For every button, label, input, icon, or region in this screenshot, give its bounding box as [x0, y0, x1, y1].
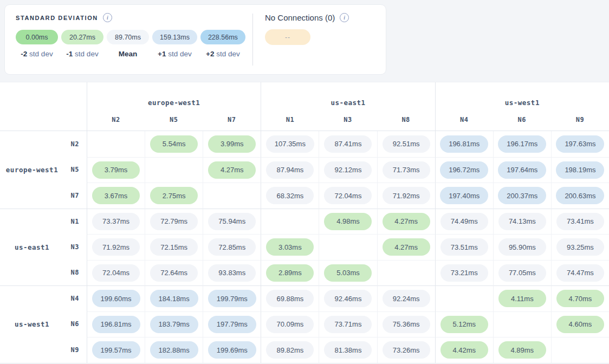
latency-pill[interactable]: 196.81ms [440, 135, 488, 153]
latency-pill[interactable]: 71.73ms [383, 161, 430, 179]
latency-cell-empty [203, 183, 261, 209]
latency-cell: 200.37ms [493, 183, 551, 209]
latency-cell: 71.73ms [377, 157, 435, 183]
latency-pill[interactable]: 197.64ms [498, 161, 546, 179]
latency-pill[interactable]: 73.21ms [440, 264, 488, 282]
latency-cell: 107.35ms [261, 131, 319, 157]
latency-pill[interactable]: 5.12ms [440, 316, 488, 333]
latency-pill[interactable]: 4.27ms [383, 238, 430, 256]
latency-cell: 184.18ms [145, 285, 203, 311]
latency-matrix: europe-west1us-east1us-west1N2N5N7N1N3N8… [0, 82, 609, 363]
latency-pill[interactable]: 3.03ms [266, 238, 314, 256]
latency-cell: 75.94ms [203, 209, 261, 235]
column-node-header: N9 [551, 108, 609, 131]
latency-pill[interactable]: 5.54ms [150, 135, 198, 153]
latency-pill[interactable]: 4.11ms [498, 290, 546, 307]
latency-pill[interactable]: 73.26ms [383, 341, 430, 359]
latency-pill[interactable]: 77.05ms [498, 264, 546, 282]
latency-pill[interactable]: 81.38ms [324, 341, 372, 359]
latency-cell-empty [145, 157, 203, 183]
latency-pill[interactable]: 74.13ms [498, 213, 546, 230]
latency-pill[interactable]: 74.47ms [556, 264, 604, 282]
latency-cell: 5.12ms [435, 311, 493, 337]
latency-pill[interactable]: 72.04ms [92, 264, 140, 282]
latency-pill[interactable]: 4.60ms [556, 316, 604, 333]
latency-pill[interactable]: 199.57ms [92, 341, 140, 359]
row-label: N9 [0, 337, 87, 363]
latency-pill[interactable]: 200.37ms [498, 187, 546, 204]
latency-pill[interactable]: 71.92ms [92, 238, 140, 256]
no-connections-pill: -- [265, 29, 310, 45]
latency-pill[interactable]: 71.92ms [383, 187, 430, 204]
latency-pill[interactable]: 4.70ms [556, 290, 604, 307]
latency-pill[interactable]: 73.41ms [556, 213, 604, 230]
latency-pill[interactable]: 72.04ms [324, 187, 372, 204]
latency-pill[interactable]: 72.85ms [208, 238, 256, 256]
latency-pill[interactable]: 4.89ms [498, 341, 546, 359]
latency-pill[interactable]: 200.63ms [556, 187, 604, 204]
latency-pill[interactable]: 87.41ms [324, 135, 372, 153]
latency-pill[interactable]: 199.60ms [92, 290, 140, 307]
latency-pill[interactable]: 199.79ms [208, 290, 256, 307]
row-label: us-west1N6 [0, 311, 87, 337]
latency-cell: 74.13ms [493, 209, 551, 235]
row-node-label: N1 [71, 218, 79, 225]
latency-pill[interactable]: 75.36ms [383, 316, 430, 333]
latency-pill[interactable]: 197.79ms [208, 316, 256, 333]
latency-pill[interactable]: 3.67ms [92, 187, 140, 204]
latency-cell: 72.04ms [319, 183, 377, 209]
info-icon[interactable]: i [340, 13, 349, 22]
info-icon[interactable]: i [103, 13, 112, 22]
latency-pill[interactable]: 196.81ms [92, 316, 140, 333]
latency-pill[interactable]: 3.99ms [208, 135, 256, 153]
latency-pill[interactable]: 4.42ms [440, 341, 488, 359]
latency-pill[interactable]: 95.90ms [498, 238, 546, 256]
latency-pill[interactable]: 199.69ms [208, 341, 256, 359]
latency-pill[interactable]: 72.15ms [150, 238, 198, 256]
latency-pill[interactable]: 70.09ms [266, 316, 314, 333]
latency-pill[interactable]: 69.88ms [266, 290, 314, 307]
latency-pill[interactable]: 2.89ms [266, 264, 314, 282]
latency-pill[interactable]: 87.94ms [266, 161, 314, 179]
column-group-header: europe-west1 [87, 82, 261, 108]
latency-pill[interactable]: 3.79ms [92, 161, 140, 179]
latency-pill[interactable]: 184.18ms [150, 290, 198, 307]
latency-pill[interactable]: 92.12ms [324, 161, 372, 179]
latency-pill[interactable]: 73.71ms [324, 316, 372, 333]
latency-pill[interactable]: 92.51ms [383, 135, 430, 153]
latency-pill[interactable]: 197.40ms [440, 187, 488, 204]
row-node-label: N7 [71, 192, 79, 199]
latency-pill[interactable]: 4.27ms [208, 161, 256, 179]
latency-pill[interactable]: 73.37ms [92, 213, 140, 230]
column-node-header: N6 [493, 108, 551, 131]
latency-pill[interactable]: 92.24ms [383, 290, 430, 307]
latency-pill[interactable]: 68.32ms [266, 187, 314, 204]
latency-cell: 92.12ms [319, 157, 377, 183]
latency-pill[interactable]: 183.79ms [150, 316, 198, 333]
latency-pill[interactable]: 2.75ms [150, 187, 198, 204]
latency-cell: 73.21ms [435, 260, 493, 286]
latency-pill[interactable]: 197.63ms [556, 135, 604, 153]
legend-pill: 20.27ms [61, 30, 103, 44]
latency-pill[interactable]: 72.79ms [150, 213, 198, 230]
latency-pill[interactable]: 92.46ms [324, 290, 372, 307]
latency-pill[interactable]: 93.25ms [556, 238, 604, 256]
latency-pill[interactable]: 74.49ms [440, 213, 488, 230]
column-node-header: N7 [203, 108, 261, 131]
latency-cell: 92.46ms [319, 285, 377, 311]
latency-cell: 77.05ms [493, 260, 551, 286]
latency-pill[interactable]: 73.51ms [440, 238, 488, 256]
latency-pill[interactable]: 196.72ms [440, 161, 488, 179]
latency-pill[interactable]: 107.35ms [266, 135, 314, 153]
latency-pill[interactable]: 198.19ms [556, 161, 604, 179]
latency-pill[interactable]: 89.82ms [266, 341, 314, 359]
latency-pill[interactable]: 93.83ms [208, 264, 256, 282]
latency-pill[interactable]: 196.17ms [498, 135, 546, 153]
latency-pill[interactable]: 72.64ms [150, 264, 198, 282]
latency-pill[interactable]: 4.98ms [324, 213, 372, 230]
latency-pill[interactable]: 4.27ms [383, 213, 430, 230]
latency-cell: 196.72ms [435, 157, 493, 183]
latency-pill[interactable]: 75.94ms [208, 213, 256, 230]
latency-pill[interactable]: 182.88ms [150, 341, 198, 359]
latency-pill[interactable]: 5.03ms [324, 264, 372, 282]
